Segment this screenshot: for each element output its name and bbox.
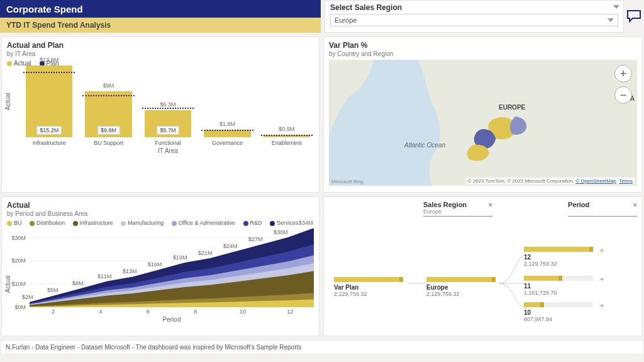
expand-button[interactable]: + bbox=[598, 302, 606, 310]
x-axis-label: IT Area bbox=[22, 147, 314, 154]
decomp-node-europe[interactable]: Europe 2,129,759.32 bbox=[426, 277, 496, 297]
map-label-ocean: Atlantic Ocean bbox=[404, 142, 445, 149]
bar-governance[interactable]: $1.6MGovernance bbox=[204, 130, 250, 146]
bar-enablement[interactable]: $0.5MEnablement bbox=[264, 135, 310, 146]
page-title: Corporate Spend bbox=[0, 0, 321, 18]
chart-subtitle: by Country and Region bbox=[329, 50, 637, 57]
region-slicer-value[interactable]: Europe bbox=[330, 14, 618, 26]
x-axis-label: Period bbox=[30, 316, 314, 323]
data-label: $16M bbox=[148, 261, 162, 268]
legend-item: BU bbox=[14, 220, 22, 226]
map-label-europe: EUROPE bbox=[499, 104, 525, 111]
y-axis-label: Actual bbox=[4, 93, 11, 110]
decomp-node-period[interactable]: 10 607,987.94 bbox=[524, 302, 593, 322]
terms-link[interactable]: Terms bbox=[619, 178, 633, 184]
chevron-down-icon bbox=[613, 5, 619, 9]
legend-item: Services bbox=[277, 220, 299, 226]
chart-title: Actual and Plan bbox=[7, 41, 314, 50]
y-tick: $20M bbox=[11, 257, 26, 264]
x-tick: 2 bbox=[30, 308, 77, 315]
decomp-node-root[interactable]: Var Plan 2,129,759.32 bbox=[334, 277, 403, 297]
data-label: $11M bbox=[97, 273, 112, 280]
comment-icon[interactable] bbox=[624, 0, 644, 33]
map-visual[interactable]: EUROPE ASIA Atlantic Ocean + − Microsoft… bbox=[329, 60, 637, 186]
map-attribution: © 2023 TomTom, © 2023 Microsoft Corporat… bbox=[466, 178, 635, 184]
zoom-in-button[interactable]: + bbox=[614, 65, 632, 82]
decomp-column-sub: Europe bbox=[423, 208, 492, 215]
expand-button[interactable]: + bbox=[598, 276, 606, 283]
page-subtitle: YTD IT Spend Trend Analysis bbox=[0, 18, 321, 33]
x-tick: 4 bbox=[77, 308, 124, 315]
bar-infrastructure[interactable]: $13.9M$15.2MInfrastructure bbox=[26, 65, 72, 146]
data-label: $21M bbox=[198, 250, 213, 256]
bar-bu-support[interactable]: $9M$9.8MBU Support bbox=[85, 91, 131, 147]
bing-logo: Microsoft Bing bbox=[331, 179, 364, 184]
decomp-column-region[interactable]: Sales Region× Europe bbox=[423, 201, 492, 217]
actual-plan-chart-card: Actual and Plan by IT Area Actual Plan A… bbox=[1, 37, 319, 193]
close-icon[interactable]: × bbox=[633, 201, 637, 208]
decomp-node-period[interactable]: 12 2,129,759.32 bbox=[524, 247, 593, 267]
decomposition-tree[interactable]: Sales Region× Europe Period× Var Plan 2,… bbox=[323, 196, 643, 336]
chart-title: Var Plan % bbox=[329, 41, 637, 50]
data-label: $5M bbox=[47, 287, 58, 293]
legend: BU Distribution Infrastructure Manufactu… bbox=[7, 220, 314, 226]
data-label: $2M bbox=[22, 294, 33, 300]
data-label: $34M bbox=[299, 220, 313, 226]
data-label: $27M bbox=[248, 236, 263, 242]
decomp-node-period[interactable]: 11 1,161,729.70 bbox=[524, 276, 593, 296]
region-slicer[interactable]: Select Sales Region Europe bbox=[325, 0, 624, 33]
region-slicer-label: Select Sales Region bbox=[330, 3, 618, 12]
decomp-column-period[interactable]: Period× bbox=[568, 201, 637, 217]
area-chart-card: Actual by Period and Business Area BU Di… bbox=[1, 196, 319, 336]
zoom-out-button[interactable]: − bbox=[614, 86, 632, 104]
data-label: $8M bbox=[72, 280, 84, 286]
chevron-down-icon bbox=[608, 18, 614, 22]
chart-subtitle: by Period and Business Area bbox=[7, 210, 314, 217]
legend-item: Distribution bbox=[36, 220, 65, 226]
bar-functional[interactable]: $6.3M$5.7MFunctional bbox=[145, 110, 191, 146]
area-chart[interactable]: Actual $0M$10M$20M$30M 24681012 Period $… bbox=[7, 229, 314, 320]
legend-item: R&D bbox=[250, 220, 262, 226]
chart-title: Actual bbox=[7, 201, 314, 210]
legend-item: Manufacturing bbox=[128, 220, 164, 226]
x-tick: 6 bbox=[125, 308, 172, 315]
footer-text: N.Furlan - Data Engineer - Dataset Micro… bbox=[0, 340, 644, 354]
legend-item: Office & Administrative bbox=[179, 220, 235, 226]
data-label: $24M bbox=[223, 243, 238, 249]
map-card: Var Plan % by Country and Region EUROPE … bbox=[323, 37, 643, 193]
bar-chart[interactable]: Actual $13.9M$15.2MInfrastructure$9M$9.8… bbox=[7, 71, 314, 174]
x-tick: 10 bbox=[219, 308, 266, 315]
osm-link[interactable]: © OpenStreetMap bbox=[575, 178, 616, 184]
x-tick: 8 bbox=[172, 308, 219, 315]
y-tick: $30M bbox=[11, 235, 26, 241]
legend-item: Infrastructure bbox=[80, 220, 113, 226]
expand-button[interactable]: + bbox=[598, 247, 606, 254]
y-tick: $10M bbox=[11, 281, 26, 287]
region-slicer-selected: Europe bbox=[335, 16, 357, 24]
x-tick: 12 bbox=[267, 308, 314, 315]
y-tick: $0M bbox=[14, 304, 26, 310]
data-label: $19M bbox=[173, 254, 187, 261]
data-label: $30M bbox=[274, 229, 288, 235]
data-label: $13M bbox=[123, 268, 137, 274]
close-icon[interactable]: × bbox=[489, 201, 492, 208]
